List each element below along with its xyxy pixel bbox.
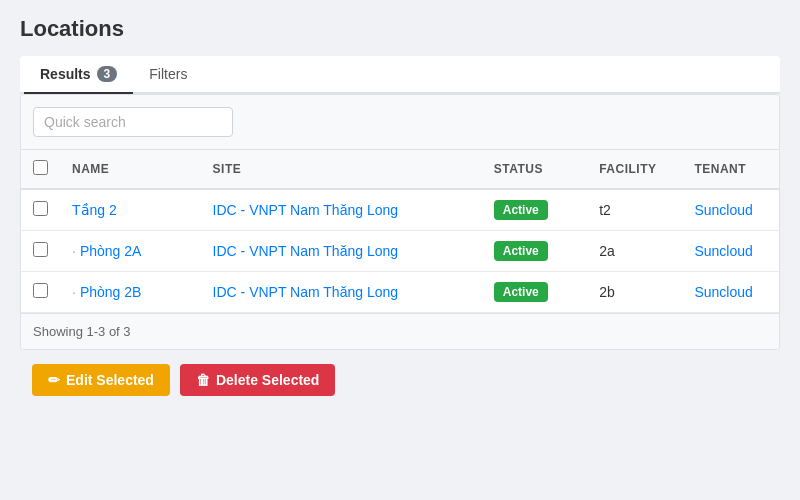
- header-checkbox-col: [21, 150, 60, 189]
- main-card: NAME SITE STATUS FACILITY TENANT: [20, 94, 780, 350]
- row-checkbox-cell: [21, 189, 60, 231]
- row-site-link[interactable]: IDC - VNPT Nam Thăng Long: [213, 202, 398, 218]
- row-status-cell: Active: [482, 231, 587, 272]
- row-name-link[interactable]: Tầng 2: [72, 202, 117, 218]
- header-status: STATUS: [482, 150, 587, 189]
- row-tenant-cell: Suncloud: [682, 189, 779, 231]
- row-checkbox[interactable]: [33, 283, 48, 298]
- tab-results[interactable]: Results 3: [24, 56, 133, 94]
- tab-results-label: Results: [40, 66, 91, 82]
- header-name: NAME: [60, 150, 201, 189]
- row-facility-cell: 2a: [587, 231, 682, 272]
- indent-dot-icon: ·: [72, 284, 76, 300]
- edit-selected-label: Edit Selected: [66, 372, 154, 388]
- status-badge: Active: [494, 282, 548, 302]
- row-tenant-link[interactable]: Suncloud: [694, 202, 752, 218]
- table-row: Tầng 2IDC - VNPT Nam Thăng LongActivet2S…: [21, 189, 779, 231]
- row-site-link[interactable]: IDC - VNPT Nam Thăng Long: [213, 243, 398, 259]
- header-site: SITE: [201, 150, 482, 189]
- tab-filters-label: Filters: [149, 66, 187, 82]
- row-checkbox[interactable]: [33, 242, 48, 257]
- row-tenant-cell: Suncloud: [682, 272, 779, 313]
- row-name-cell: Tầng 2: [60, 189, 201, 231]
- indent-dot-icon: ·: [72, 243, 76, 259]
- table-row: ·Phòng 2AIDC - VNPT Nam Thăng LongActive…: [21, 231, 779, 272]
- row-checkbox-cell: [21, 231, 60, 272]
- header-tenant: TENANT: [682, 150, 779, 189]
- row-site-cell: IDC - VNPT Nam Thăng Long: [201, 189, 482, 231]
- row-tenant-cell: Suncloud: [682, 231, 779, 272]
- row-facility-cell: 2b: [587, 272, 682, 313]
- delete-selected-button[interactable]: 🗑 Delete Selected: [180, 364, 336, 396]
- page-container: Locations Results 3 Filters NAME: [0, 0, 800, 500]
- row-name-link[interactable]: Phòng 2B: [80, 284, 142, 300]
- row-facility-cell: t2: [587, 189, 682, 231]
- row-status-cell: Active: [482, 189, 587, 231]
- status-badge: Active: [494, 200, 548, 220]
- row-status-cell: Active: [482, 272, 587, 313]
- actions-bar: ✏ Edit Selected 🗑 Delete Selected: [20, 350, 780, 410]
- row-tenant-link[interactable]: Suncloud: [694, 243, 752, 259]
- status-badge: Active: [494, 241, 548, 261]
- table-header-row: NAME SITE STATUS FACILITY TENANT: [21, 150, 779, 189]
- row-checkbox-cell: [21, 272, 60, 313]
- edit-icon: ✏: [48, 372, 60, 388]
- showing-text: Showing 1-3 of 3: [21, 313, 779, 349]
- locations-table: NAME SITE STATUS FACILITY TENANT: [21, 150, 779, 313]
- delete-selected-label: Delete Selected: [216, 372, 320, 388]
- tab-results-badge: 3: [97, 66, 118, 82]
- search-input[interactable]: [33, 107, 233, 137]
- row-site-cell: IDC - VNPT Nam Thăng Long: [201, 272, 482, 313]
- trash-icon: 🗑: [196, 372, 210, 388]
- search-bar: [21, 95, 779, 150]
- header-facility: FACILITY: [587, 150, 682, 189]
- row-tenant-link[interactable]: Suncloud: [694, 284, 752, 300]
- edit-selected-button[interactable]: ✏ Edit Selected: [32, 364, 170, 396]
- table-row: ·Phòng 2BIDC - VNPT Nam Thăng LongActive…: [21, 272, 779, 313]
- tabs-bar: Results 3 Filters: [20, 56, 780, 94]
- row-checkbox[interactable]: [33, 201, 48, 216]
- row-site-cell: IDC - VNPT Nam Thăng Long: [201, 231, 482, 272]
- row-name-cell: ·Phòng 2B: [60, 272, 201, 313]
- row-site-link[interactable]: IDC - VNPT Nam Thăng Long: [213, 284, 398, 300]
- page-title: Locations: [20, 16, 780, 42]
- row-name-cell: ·Phòng 2A: [60, 231, 201, 272]
- select-all-checkbox[interactable]: [33, 160, 48, 175]
- tab-filters[interactable]: Filters: [133, 56, 203, 94]
- row-name-link[interactable]: Phòng 2A: [80, 243, 142, 259]
